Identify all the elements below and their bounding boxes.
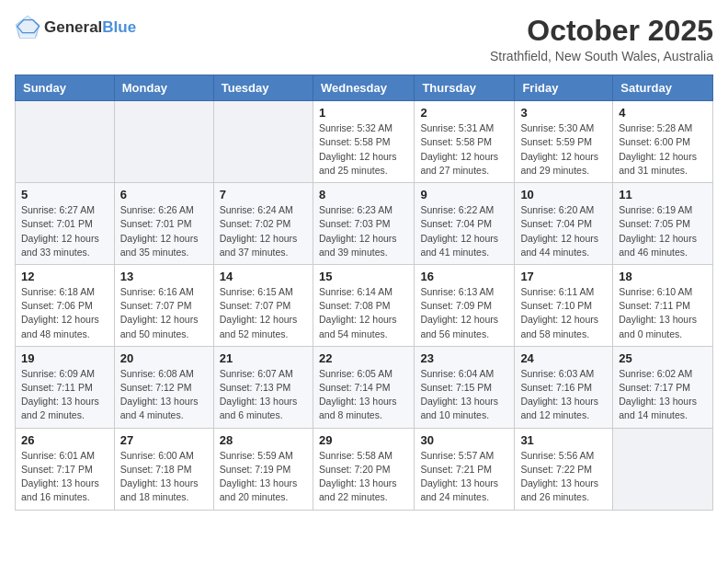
day-info: Sunrise: 6:24 AM Sunset: 7:02 PM Dayligh…: [220, 203, 307, 259]
calendar-week-row: 1Sunrise: 5:32 AM Sunset: 5:58 PM Daylig…: [16, 101, 713, 183]
day-info: Sunrise: 6:09 AM Sunset: 7:11 PM Dayligh…: [21, 367, 108, 423]
weekday-header-monday: Monday: [114, 75, 213, 101]
calendar-cell: 9Sunrise: 6:22 AM Sunset: 7:04 PM Daylig…: [415, 183, 515, 265]
day-number: 9: [420, 188, 508, 201]
calendar-cell: 10Sunrise: 6:20 AM Sunset: 7:04 PM Dayli…: [515, 183, 613, 265]
day-number: 10: [520, 188, 607, 201]
calendar-cell: 22Sunrise: 6:05 AM Sunset: 7:14 PM Dayli…: [313, 346, 414, 428]
day-number: 6: [120, 188, 208, 201]
day-info: Sunrise: 5:32 AM Sunset: 5:58 PM Dayligh…: [319, 121, 408, 178]
calendar-cell: 23Sunrise: 6:04 AM Sunset: 7:15 PM Dayli…: [415, 346, 515, 428]
day-info: Sunrise: 6:04 AM Sunset: 7:15 PM Dayligh…: [420, 367, 508, 423]
calendar-cell: [613, 428, 713, 510]
calendar-cell: 7Sunrise: 6:24 AM Sunset: 7:02 PM Daylig…: [213, 183, 313, 265]
day-number: 11: [619, 188, 707, 201]
calendar-cell: 6Sunrise: 6:26 AM Sunset: 7:01 PM Daylig…: [114, 183, 213, 265]
day-number: 25: [619, 351, 707, 365]
day-info: Sunrise: 6:20 AM Sunset: 7:04 PM Dayligh…: [520, 203, 607, 259]
calendar-cell: 13Sunrise: 6:16 AM Sunset: 7:07 PM Dayli…: [114, 264, 213, 346]
calendar-cell: 29Sunrise: 5:58 AM Sunset: 7:20 PM Dayli…: [313, 428, 414, 510]
calendar-table: SundayMondayTuesdayWednesdayThursdayFrid…: [15, 75, 713, 510]
calendar-week-row: 19Sunrise: 6:09 AM Sunset: 7:11 PM Dayli…: [16, 346, 713, 428]
day-number: 18: [619, 270, 707, 283]
day-info: Sunrise: 5:59 AM Sunset: 7:19 PM Dayligh…: [220, 449, 307, 505]
calendar-cell: 31Sunrise: 5:56 AM Sunset: 7:22 PM Dayli…: [515, 428, 613, 510]
day-number: 26: [21, 433, 108, 447]
day-info: Sunrise: 6:10 AM Sunset: 7:11 PM Dayligh…: [619, 285, 707, 341]
calendar-cell: 26Sunrise: 6:01 AM Sunset: 7:17 PM Dayli…: [16, 428, 115, 510]
calendar-cell: 3Sunrise: 5:30 AM Sunset: 5:59 PM Daylig…: [515, 101, 613, 183]
day-info: Sunrise: 6:08 AM Sunset: 7:12 PM Dayligh…: [120, 367, 208, 423]
day-number: 4: [619, 106, 707, 120]
day-number: 15: [319, 270, 408, 283]
day-info: Sunrise: 6:23 AM Sunset: 7:03 PM Dayligh…: [319, 203, 408, 259]
day-number: 3: [520, 106, 607, 120]
calendar-cell: 12Sunrise: 6:18 AM Sunset: 7:06 PM Dayli…: [16, 264, 115, 346]
day-number: 13: [120, 270, 208, 283]
day-info: Sunrise: 6:11 AM Sunset: 7:10 PM Dayligh…: [520, 285, 607, 341]
logo: GeneralBlue: [15, 15, 136, 40]
weekday-header-saturday: Saturday: [613, 75, 713, 101]
day-info: Sunrise: 6:07 AM Sunset: 7:13 PM Dayligh…: [220, 367, 307, 423]
calendar-cell: 4Sunrise: 5:28 AM Sunset: 6:00 PM Daylig…: [613, 101, 713, 183]
calendar-cell: 24Sunrise: 6:03 AM Sunset: 7:16 PM Dayli…: [515, 346, 613, 428]
logo-general: General: [44, 18, 102, 36]
calendar-cell: [114, 101, 213, 183]
day-number: 22: [319, 351, 408, 365]
calendar-cell: 18Sunrise: 6:10 AM Sunset: 7:11 PM Dayli…: [613, 264, 713, 346]
day-info: Sunrise: 6:26 AM Sunset: 7:01 PM Dayligh…: [120, 203, 208, 259]
day-number: 23: [420, 351, 508, 365]
weekday-header-tuesday: Tuesday: [213, 75, 313, 101]
day-info: Sunrise: 6:16 AM Sunset: 7:07 PM Dayligh…: [120, 285, 208, 341]
logo-blue: Blue: [102, 18, 136, 36]
calendar-cell: 15Sunrise: 6:14 AM Sunset: 7:08 PM Dayli…: [313, 264, 414, 346]
day-number: 30: [420, 433, 508, 447]
calendar-cell: 30Sunrise: 5:57 AM Sunset: 7:21 PM Dayli…: [415, 428, 515, 510]
day-number: 29: [319, 433, 408, 447]
calendar-cell: 21Sunrise: 6:07 AM Sunset: 7:13 PM Dayli…: [213, 346, 313, 428]
logo-icon: [15, 15, 40, 40]
calendar-cell: 11Sunrise: 6:19 AM Sunset: 7:05 PM Dayli…: [613, 183, 713, 265]
day-info: Sunrise: 5:57 AM Sunset: 7:21 PM Dayligh…: [420, 449, 508, 505]
weekday-header-friday: Friday: [515, 75, 613, 101]
calendar-week-row: 26Sunrise: 6:01 AM Sunset: 7:17 PM Dayli…: [16, 428, 713, 510]
day-number: 14: [220, 270, 307, 283]
location-subtitle: Strathfield, New South Wales, Australia: [490, 49, 713, 63]
day-number: 19: [21, 351, 108, 365]
calendar-cell: 28Sunrise: 5:59 AM Sunset: 7:19 PM Dayli…: [213, 428, 313, 510]
day-info: Sunrise: 5:31 AM Sunset: 5:58 PM Dayligh…: [420, 121, 508, 178]
calendar-cell: 19Sunrise: 6:09 AM Sunset: 7:11 PM Dayli…: [16, 346, 115, 428]
calendar-header-row: SundayMondayTuesdayWednesdayThursdayFrid…: [16, 75, 713, 101]
day-number: 16: [420, 270, 508, 283]
day-number: 5: [21, 188, 108, 201]
day-info: Sunrise: 6:27 AM Sunset: 7:01 PM Dayligh…: [21, 203, 108, 259]
day-number: 20: [120, 351, 208, 365]
weekday-header-wednesday: Wednesday: [313, 75, 414, 101]
day-number: 28: [220, 433, 307, 447]
weekday-header-sunday: Sunday: [16, 75, 115, 101]
calendar-cell: 5Sunrise: 6:27 AM Sunset: 7:01 PM Daylig…: [16, 183, 115, 265]
day-number: 2: [420, 106, 508, 120]
day-info: Sunrise: 6:00 AM Sunset: 7:18 PM Dayligh…: [120, 449, 208, 505]
calendar-cell: 16Sunrise: 6:13 AM Sunset: 7:09 PM Dayli…: [415, 264, 515, 346]
calendar-week-row: 12Sunrise: 6:18 AM Sunset: 7:06 PM Dayli…: [16, 264, 713, 346]
day-info: Sunrise: 6:18 AM Sunset: 7:06 PM Dayligh…: [21, 285, 108, 341]
day-info: Sunrise: 5:58 AM Sunset: 7:20 PM Dayligh…: [319, 449, 408, 505]
day-info: Sunrise: 5:28 AM Sunset: 6:00 PM Dayligh…: [619, 121, 707, 178]
calendar-cell: 1Sunrise: 5:32 AM Sunset: 5:58 PM Daylig…: [313, 101, 414, 183]
day-info: Sunrise: 6:15 AM Sunset: 7:07 PM Dayligh…: [220, 285, 307, 341]
day-number: 12: [21, 270, 108, 283]
day-number: 7: [220, 188, 307, 201]
day-number: 21: [220, 351, 307, 365]
calendar-cell: [213, 101, 313, 183]
day-number: 8: [319, 188, 408, 201]
day-number: 1: [319, 106, 408, 120]
calendar-cell: 25Sunrise: 6:02 AM Sunset: 7:17 PM Dayli…: [613, 346, 713, 428]
day-info: Sunrise: 6:01 AM Sunset: 7:17 PM Dayligh…: [21, 449, 108, 505]
title-section: October 2025 Strathfield, New South Wale…: [490, 15, 713, 63]
day-info: Sunrise: 6:19 AM Sunset: 7:05 PM Dayligh…: [619, 203, 707, 259]
calendar-cell: 27Sunrise: 6:00 AM Sunset: 7:18 PM Dayli…: [114, 428, 213, 510]
calendar-cell: 2Sunrise: 5:31 AM Sunset: 5:58 PM Daylig…: [415, 101, 515, 183]
page-header: GeneralBlue October 2025 Strathfield, Ne…: [15, 15, 713, 63]
day-number: 24: [520, 351, 607, 365]
